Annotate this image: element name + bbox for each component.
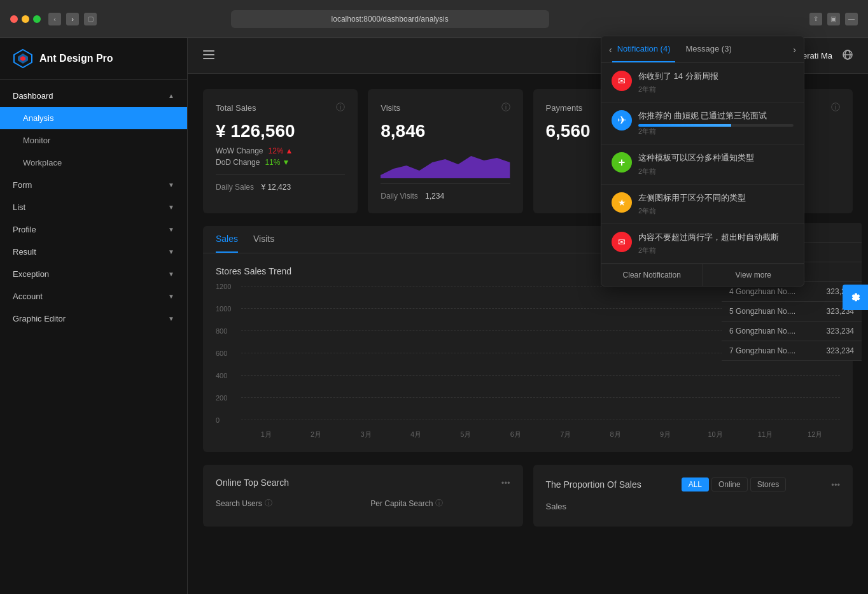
logo-text: Ant Design Pro — [39, 53, 113, 64]
info-icon: ⓘ — [336, 102, 345, 113]
list-label: List — [13, 202, 25, 212]
workplace-label: Workplace — [23, 158, 62, 167]
forward-button[interactable]: › — [66, 13, 79, 25]
sidebar-section-account[interactable]: Account ▼ — [0, 285, 187, 308]
x-label: 11月 — [740, 430, 790, 439]
sidebar-item-analysis[interactable]: Analysis — [0, 107, 187, 129]
proportion-all-btn[interactable]: ALL — [682, 477, 709, 491]
notif-avatar: + — [612, 152, 632, 173]
language-icon[interactable] — [843, 50, 853, 62]
notif-avatar: ✉ — [612, 71, 632, 91]
split-button[interactable]: ▣ — [827, 13, 840, 25]
per-capita-col: Per Capita Search ⓘ — [370, 498, 510, 514]
notif-text: 内容不要超过两行字，超出时自动截断 — [638, 232, 794, 243]
notif-content: 你推荐的 曲姮妮 已通过第三轮面试 2年前 — [638, 110, 794, 136]
tab-sales[interactable]: Sales — [216, 226, 238, 253]
online-search-title: Online Top Search — [216, 477, 289, 488]
sidebar-section-result[interactable]: Result ▼ — [0, 241, 187, 263]
maximize-button[interactable] — [33, 15, 41, 23]
proportion-stores-btn[interactable]: Stores — [750, 477, 787, 491]
notif-text: 这种模板可以区分多种通知类型 — [638, 152, 794, 164]
form-label: Form — [13, 180, 32, 190]
clear-notification-btn[interactable]: Clear Notification — [601, 264, 703, 286]
more-icon[interactable]: ••• — [831, 480, 840, 490]
browser-actions: ⇧ ▣ — — [809, 13, 858, 25]
sidebar-section-exception[interactable]: Exception ▼ — [0, 263, 187, 285]
info-icon: ⓘ — [435, 498, 443, 509]
notif-text: 你推荐的 曲姮妮 已通过第三轮面试 — [638, 110, 794, 122]
sales-label: Sales — [546, 502, 841, 511]
url-text: localhost:8000/dashboard/analysis — [332, 15, 449, 24]
chevron-down-icon: ▼ — [168, 315, 174, 322]
window-mode-button[interactable]: ▢ — [84, 13, 97, 25]
more-icon[interactable]: ••• — [501, 478, 510, 488]
per-capita-label: Per Capita Search — [370, 499, 433, 508]
sidebar-section-graphic-editor[interactable]: Graphic Editor ▼ — [0, 308, 187, 330]
notification-item[interactable]: ✉ 你收到了 14 分新周报 2年前 — [601, 63, 804, 103]
sales-proportion-header: The Proportion Of Sales ALL Online Store… — [546, 477, 841, 491]
sidebar-item-monitor[interactable]: Monitor — [0, 129, 187, 152]
dod-change: 11% ▼ — [265, 158, 290, 167]
visits-sparkline — [381, 146, 510, 178]
tab-visits[interactable]: Visits — [253, 226, 274, 253]
sidebar-item-workplace[interactable]: Workplace — [0, 152, 187, 174]
analysis-label: Analysis — [23, 113, 53, 123]
chevron-down-icon: ▼ — [168, 226, 174, 233]
view-more-btn[interactable]: View more — [703, 264, 804, 286]
sales-proportion-card: The Proportion Of Sales ALL Online Store… — [533, 465, 853, 527]
chevron-down-icon: ▼ — [168, 204, 174, 211]
notification-item[interactable]: ★ 左侧图标用于区分不同的类型 2年前 — [601, 185, 804, 224]
down-arrow-icon: ▼ — [282, 158, 290, 167]
notification-item[interactable]: + 这种模板可以区分多种通知类型 2年前 — [601, 145, 804, 184]
wow-change: 12% ▲ — [268, 146, 293, 155]
popup-tab-notification[interactable]: Notification (4) — [612, 36, 676, 62]
close-button[interactable] — [10, 15, 18, 23]
daily-visits-label: Daily Visits — [381, 192, 417, 201]
notification-popup: ‹ Notification (4) Message (3) › ✉ 你收到了 … — [601, 36, 804, 286]
total-sales-value: ¥ 126,560 — [216, 121, 345, 141]
x-label: 9月 — [640, 430, 690, 439]
daily-sales-value: ¥ 12,423 — [261, 183, 291, 192]
stat-footer-dod: DoD Change 11% ▼ — [216, 158, 345, 167]
svg-rect-5 — [203, 58, 214, 59]
minimize-button[interactable] — [22, 15, 29, 23]
sidebar-section-list[interactable]: List ▼ — [0, 196, 187, 218]
table-row: 7 Gongzhuan No....323,234 — [722, 341, 862, 361]
more-button[interactable]: — — [845, 13, 858, 25]
notif-avatar: ★ — [612, 192, 632, 213]
notif-content: 左侧图标用于区分不同的类型 2年前 — [638, 192, 794, 216]
chevron-down-icon: ▼ — [168, 271, 174, 278]
x-label: 5月 — [441, 430, 491, 439]
graphic-editor-label: Graphic Editor — [13, 314, 66, 323]
chevron-down-icon: ▼ — [168, 293, 174, 300]
popup-tab-message[interactable]: Message (3) — [680, 36, 736, 62]
info-icon: ⓘ — [831, 102, 840, 113]
notif-time: 2年前 — [638, 206, 794, 216]
sidebar-section-form[interactable]: Form ▼ — [0, 174, 187, 196]
back-button[interactable]: ‹ — [48, 13, 61, 25]
popup-tabs: ‹ Notification (4) Message (3) › — [601, 36, 804, 63]
monitor-label: Monitor — [23, 136, 50, 145]
proportion-online-btn[interactable]: Online — [711, 477, 748, 491]
search-users-col: Search Users ⓘ — [216, 498, 355, 514]
share-button[interactable]: ⇧ — [809, 13, 822, 25]
menu-toggle-icon[interactable] — [203, 50, 214, 62]
x-label: 2月 — [291, 430, 340, 439]
address-bar[interactable]: localhost:8000/dashboard/analysis — [231, 10, 549, 28]
settings-button[interactable] — [843, 285, 868, 310]
notification-item[interactable]: ✉ 内容不要超过两行字，超出时自动截断 2年前 — [601, 224, 804, 264]
dashboard-group[interactable]: Dashboard ▲ — [0, 85, 187, 107]
total-sales-card: Total Sales ⓘ ¥ 126,560 WoW Change 12% ▲… — [203, 89, 358, 213]
popup-next-icon[interactable]: › — [793, 45, 796, 55]
browser-nav: ‹ › ▢ — [48, 13, 97, 25]
up-arrow-icon: ▲ — [286, 146, 293, 155]
dashboard-label: Dashboard — [13, 91, 53, 101]
sidebar-section-profile[interactable]: Profile ▼ — [0, 218, 187, 241]
notification-item[interactable]: ✈ 你推荐的 曲姮妮 已通过第三轮面试 2年前 — [601, 103, 804, 145]
svg-rect-3 — [203, 50, 214, 52]
online-search-card: Online Top Search ••• Search Users ⓘ — [203, 465, 523, 527]
sales-proportion-title: The Proportion Of Sales — [546, 479, 641, 490]
visits-card: Visits ⓘ 8,846 Daily Visits 1,234 — [368, 89, 522, 213]
chevron-down-icon: ▼ — [168, 181, 174, 188]
x-label: 10月 — [690, 430, 740, 439]
